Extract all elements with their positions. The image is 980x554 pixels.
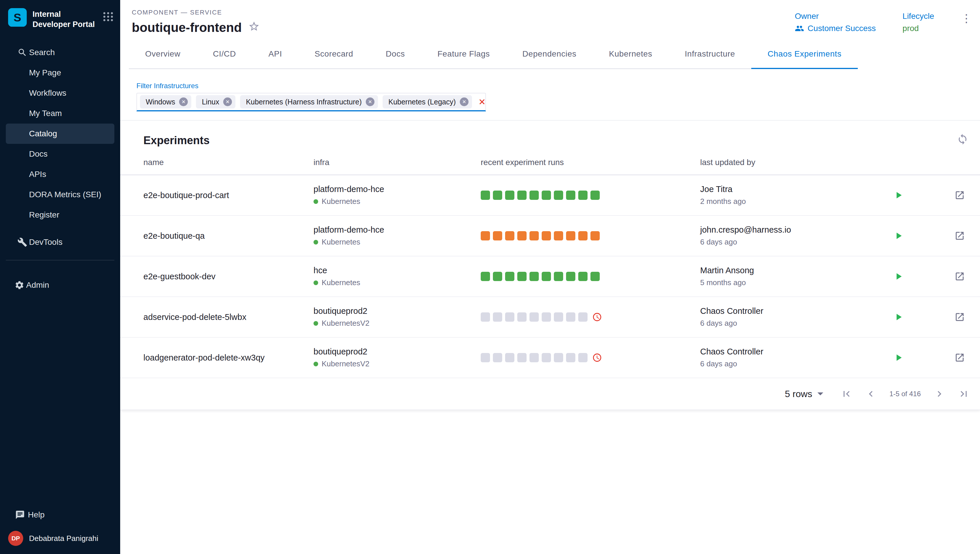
run-square[interactable]: [505, 272, 514, 281]
run-square[interactable]: [554, 191, 563, 200]
run-square[interactable]: [566, 353, 575, 362]
run-square[interactable]: [591, 272, 600, 281]
last-page-icon[interactable]: [958, 388, 970, 400]
run-square[interactable]: [505, 191, 514, 200]
run-square[interactable]: [481, 272, 490, 281]
sidebar-item-devtools[interactable]: DevTools: [6, 232, 114, 252]
run-square[interactable]: [542, 312, 551, 322]
run-square[interactable]: [591, 231, 600, 240]
sidebar-item-admin[interactable]: Admin: [6, 275, 114, 295]
chip-remove-icon[interactable]: ✕: [223, 97, 232, 106]
run-square[interactable]: [578, 191, 587, 200]
sidebar-item-apis[interactable]: APIs: [6, 164, 114, 185]
chip-remove-icon[interactable]: ✕: [366, 97, 375, 106]
tab-overview[interactable]: Overview: [129, 40, 197, 68]
run-square[interactable]: [505, 312, 514, 322]
sidebar-item-dora-metrics-sei[interactable]: DORA Metrics (SEI): [6, 185, 114, 205]
run-square[interactable]: [517, 353, 527, 362]
tab-scorecard[interactable]: Scorecard: [298, 40, 370, 68]
tab-feature-flags[interactable]: Feature Flags: [421, 40, 506, 68]
run-square[interactable]: [566, 231, 575, 240]
tab-infrastructure[interactable]: Infrastructure: [669, 40, 751, 68]
favorite-star-icon[interactable]: [248, 21, 260, 35]
run-experiment-button[interactable]: [893, 190, 904, 201]
sidebar-item-help[interactable]: Help: [6, 505, 114, 525]
run-square[interactable]: [493, 191, 502, 200]
run-square[interactable]: [578, 272, 587, 281]
run-square[interactable]: [578, 353, 587, 362]
first-page-icon[interactable]: [841, 388, 852, 400]
open-in-new-icon[interactable]: [954, 352, 965, 363]
previous-page-icon[interactable]: [865, 388, 877, 400]
chip-remove-icon[interactable]: ✕: [460, 97, 469, 106]
run-square[interactable]: [542, 231, 551, 240]
run-square[interactable]: [578, 312, 587, 322]
run-square[interactable]: [578, 231, 587, 240]
run-square[interactable]: [554, 272, 563, 281]
open-in-new-icon[interactable]: [954, 231, 965, 241]
run-experiment-button[interactable]: [893, 230, 904, 241]
open-in-new-icon[interactable]: [954, 271, 965, 282]
chip-remove-icon[interactable]: ✕: [179, 97, 188, 106]
sidebar-item-my-page[interactable]: My Page: [6, 63, 114, 83]
experiment-row[interactable]: loadgenerator-pod-delete-xw3qy boutiquep…: [120, 337, 980, 378]
rows-per-page-select[interactable]: 5 rows: [785, 388, 823, 400]
run-square[interactable]: [542, 272, 551, 281]
run-square[interactable]: [530, 353, 539, 362]
run-square[interactable]: [517, 312, 527, 322]
harness-logo-icon[interactable]: S: [8, 8, 27, 27]
sidebar-item-workflows[interactable]: Workflows: [6, 83, 114, 103]
experiment-row[interactable]: e2e-boutique-prod-cart platform-demo-hce…: [120, 175, 980, 216]
run-square[interactable]: [481, 231, 490, 240]
kebab-menu-icon[interactable]: ⋮: [958, 11, 975, 25]
open-in-new-icon[interactable]: [954, 312, 965, 322]
run-square[interactable]: [554, 231, 563, 240]
tab-dependencies[interactable]: Dependencies: [506, 40, 592, 68]
run-square[interactable]: [566, 312, 575, 322]
experiment-row[interactable]: adservice-pod-delete-5lwbx boutiqueprod2…: [120, 297, 980, 337]
experiment-row[interactable]: e2e-guestbook-dev hce Kubernetes Martin …: [120, 256, 980, 297]
clear-filters-icon[interactable]: ✕: [477, 97, 487, 107]
run-square[interactable]: [566, 272, 575, 281]
run-experiment-button[interactable]: [893, 312, 904, 323]
run-square[interactable]: [530, 191, 539, 200]
run-square[interactable]: [505, 353, 514, 362]
tab-api[interactable]: API: [252, 40, 298, 68]
run-square[interactable]: [591, 191, 600, 200]
refresh-icon[interactable]: [957, 134, 969, 147]
run-square[interactable]: [517, 272, 527, 281]
tab-docs[interactable]: Docs: [370, 40, 421, 68]
run-square[interactable]: [554, 353, 563, 362]
run-square[interactable]: [542, 353, 551, 362]
run-square[interactable]: [481, 191, 490, 200]
next-page-icon[interactable]: [934, 388, 945, 400]
run-square[interactable]: [505, 231, 514, 240]
apps-grid-icon[interactable]: [103, 8, 113, 21]
sidebar-item-my-team[interactable]: My Team: [6, 103, 114, 124]
run-square[interactable]: [530, 272, 539, 281]
infrastructure-filter-input[interactable]: Windows ✕ Linux ✕ Kubernetes (Harness In…: [136, 93, 486, 111]
tab-chaos-experiments[interactable]: Chaos Experiments: [751, 40, 858, 68]
run-square[interactable]: [542, 191, 551, 200]
run-square[interactable]: [554, 312, 563, 322]
tab-kubernetes[interactable]: Kubernetes: [593, 40, 669, 68]
run-square[interactable]: [530, 312, 539, 322]
run-experiment-button[interactable]: [893, 271, 904, 282]
tab-ci-cd[interactable]: CI/CD: [197, 40, 252, 68]
run-square[interactable]: [566, 191, 575, 200]
sidebar-item-docs[interactable]: Docs: [6, 144, 114, 164]
run-square[interactable]: [493, 312, 502, 322]
run-experiment-button[interactable]: [893, 352, 904, 363]
run-square[interactable]: [493, 231, 502, 240]
run-square[interactable]: [481, 353, 490, 362]
run-square[interactable]: [530, 231, 539, 240]
run-square[interactable]: [493, 353, 502, 362]
open-in-new-icon[interactable]: [954, 190, 965, 201]
experiment-row[interactable]: e2e-boutique-qa platform-demo-hce Kubern…: [120, 216, 980, 256]
sidebar-item-search[interactable]: Search: [6, 42, 114, 63]
run-square[interactable]: [481, 312, 490, 322]
user-menu[interactable]: DP Debabrata Panigrahi: [0, 525, 120, 548]
run-square[interactable]: [517, 231, 527, 240]
sidebar-item-catalog[interactable]: Catalog: [6, 124, 114, 144]
run-square[interactable]: [493, 272, 502, 281]
